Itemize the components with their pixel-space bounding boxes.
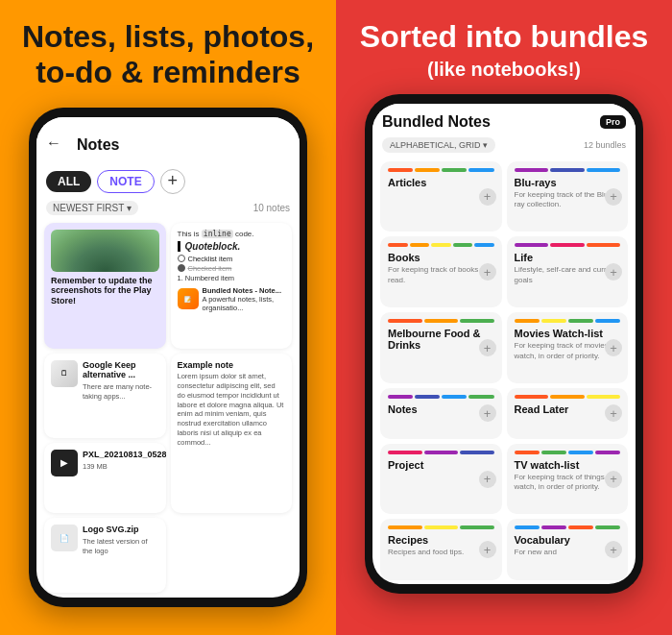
inline-code: inline xyxy=(202,230,233,238)
color-bar xyxy=(515,525,540,529)
color-bar xyxy=(595,451,620,454)
add-filter-button[interactable]: + xyxy=(160,169,185,194)
bundle-card-notes[interactable]: Notes+ xyxy=(380,388,502,439)
gkeep-title: Google Keep alternative ... xyxy=(83,360,159,381)
color-bar xyxy=(515,243,549,247)
bundle-add-button[interactable]: + xyxy=(479,188,496,206)
color-bar xyxy=(460,451,494,454)
bundle-card-blu-rays[interactable]: Blu-raysFor keeping track of the Blu-ray… xyxy=(507,161,629,232)
note-card-gkeep[interactable]: 🗒 Google Keep alternative ... There are … xyxy=(44,354,166,438)
bundled-sort-row: ALPHABETICAL, GRID ▾ 12 bundles xyxy=(372,134,636,158)
bundle-desc: For keeping track of things to watch, in… xyxy=(515,473,621,493)
right-phone-frame: Bundled Notes Pro ALPHABETICAL, GRID ▾ 1… xyxy=(365,94,643,594)
color-bar xyxy=(424,451,459,454)
color-bar xyxy=(515,451,540,454)
notes-app-header: ← Notes xyxy=(36,117,300,165)
bundled-note-title: Bundled Notes - Note... xyxy=(203,286,286,295)
color-bar xyxy=(468,395,493,399)
color-bar xyxy=(388,243,408,247)
checkbox-empty xyxy=(178,255,185,262)
bundle-add-button[interactable]: + xyxy=(479,471,496,488)
color-bar xyxy=(550,395,585,399)
notes-filter-row: ALL NOTE + xyxy=(36,165,300,198)
bundle-add-button[interactable]: + xyxy=(479,339,496,356)
bundle-card-tv-watch-list[interactable]: TV watch-listFor keeping track of things… xyxy=(507,444,629,515)
note-title: Remember to update the screenshots for t… xyxy=(51,276,159,306)
note-card-rich[interactable]: This is inline code. Quoteblock. Checkli… xyxy=(171,223,293,349)
inline-text: This is inline code. xyxy=(178,230,286,238)
checklist-item-2: Checked item xyxy=(178,264,286,273)
gkeep-desc: There are many note-taking apps... xyxy=(83,382,159,402)
color-bar xyxy=(388,168,413,172)
right-headline: Sorted into bundles xyxy=(360,19,648,55)
bundle-card-melbourne-food-&-drinks[interactable]: Melbourne Food & Drinks+ xyxy=(380,312,502,383)
left-headline: Notes, lists, photos, to-do & reminders xyxy=(10,19,326,90)
example-note-title: Example note xyxy=(178,360,286,371)
bundle-card-books[interactable]: BooksFor keeping track of books to read.… xyxy=(380,236,502,307)
bundle-add-button[interactable]: + xyxy=(605,404,622,422)
bundle-card-read-later[interactable]: Read Later+ xyxy=(507,388,629,439)
back-arrow-icon[interactable]: ← xyxy=(46,134,61,152)
checklist-label-1: Checklist item xyxy=(188,255,233,263)
logo-desc: The latest version of the logo xyxy=(83,537,159,556)
bundle-add-button[interactable]: + xyxy=(605,541,622,558)
sort-button[interactable]: NEWEST FIRST ▾ xyxy=(46,201,138,215)
bundle-name: Project xyxy=(388,459,494,471)
bundle-name: Vocabulary xyxy=(515,534,621,546)
color-bar xyxy=(415,395,440,399)
color-bar xyxy=(442,395,467,399)
color-bar xyxy=(410,243,430,247)
note-card-example[interactable]: Example note Lorem ipsum dolor sit amet,… xyxy=(171,354,293,514)
sort-label: ALPHABETICAL, GRID ▾ xyxy=(390,140,488,150)
bundle-card-life[interactable]: LifeLifestyle, self-care and current goa… xyxy=(507,236,629,307)
bundle-color-bars xyxy=(515,168,621,172)
note-count: 10 notes xyxy=(253,203,290,213)
bundle-add-button[interactable]: + xyxy=(605,188,622,206)
filter-note-button[interactable]: NOTE xyxy=(97,170,154,193)
bundle-card-project[interactable]: Project+ xyxy=(380,444,502,515)
bundle-name: Movies Watch-list xyxy=(515,328,621,339)
pro-badge: Pro xyxy=(600,115,626,129)
bundle-name: Blu-rays xyxy=(515,177,621,188)
color-bar xyxy=(541,319,566,323)
example-note-body: Lorem ipsum dolor sit amet, consectetur … xyxy=(178,372,286,447)
bundle-desc: For keeping track of movies to watch, in… xyxy=(515,341,621,361)
note-card-logo[interactable]: 📄 Logo SVG.zip The latest version of the… xyxy=(44,518,166,592)
bundle-color-bars xyxy=(515,395,621,399)
bundled-note-desc: A powerful notes, lists, organisatio... xyxy=(203,295,286,312)
bundle-add-button[interactable]: + xyxy=(605,263,622,281)
filter-all-button[interactable]: ALL xyxy=(46,171,91,192)
logo-title: Logo SVG.zip xyxy=(83,525,159,535)
bundle-card-articles[interactable]: Articles+ xyxy=(380,161,502,232)
bundle-card-movies-watch-list[interactable]: Movies Watch-listFor keeping track of mo… xyxy=(507,312,629,383)
bundle-color-bars xyxy=(515,319,621,323)
bundle-card-vocabulary[interactable]: VocabularyFor new and+ xyxy=(507,519,629,579)
bundle-add-button[interactable]: + xyxy=(479,541,496,558)
logo-text: Logo SVG.zip The latest version of the l… xyxy=(83,525,159,555)
bundled-notes-header: Bundled Notes Pro xyxy=(372,104,636,134)
bundle-add-button[interactable]: + xyxy=(479,263,496,281)
color-bar xyxy=(474,243,494,247)
bundle-card-recipes[interactable]: RecipesRecipes and food tips.+ xyxy=(380,519,502,579)
right-subheadline: (like notebooks!) xyxy=(427,59,581,81)
bundle-add-button[interactable]: + xyxy=(479,404,496,422)
bundle-desc: Lifestyle, self-care and current goals xyxy=(515,265,621,285)
color-bar xyxy=(568,525,593,529)
gkeep-text: Google Keep alternative ... There are ma… xyxy=(83,360,159,402)
bundle-add-button[interactable]: + xyxy=(605,339,622,356)
note-card-screenshot[interactable]: Remember to update the screenshots for t… xyxy=(44,223,166,349)
color-bar xyxy=(515,319,540,323)
bundle-add-button[interactable]: + xyxy=(605,471,622,488)
color-bar xyxy=(460,319,494,323)
color-bar xyxy=(541,451,566,454)
bundle-desc: For keeping track of books to read. xyxy=(388,265,494,285)
bundled-sort-button[interactable]: ALPHABETICAL, GRID ▾ xyxy=(382,137,495,153)
bundled-notes-title: Bundled Notes xyxy=(382,113,491,131)
color-bar xyxy=(442,168,467,172)
checklist-item-1: Checklist item xyxy=(178,255,286,263)
bundle-name: Articles xyxy=(388,177,494,188)
color-bar xyxy=(568,451,593,454)
color-bar xyxy=(587,395,621,399)
gkeep-thumbnail: 🗒 xyxy=(51,360,78,387)
note-card-video[interactable]: ▶ PXL_20210813_052822897.mp4 139 MB xyxy=(44,443,166,513)
